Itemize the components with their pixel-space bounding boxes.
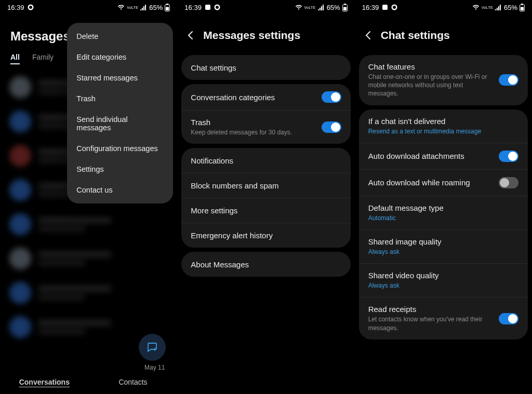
row-label: Trash: [191, 118, 316, 127]
row-image-quality[interactable]: Shared image quality Always ask: [359, 229, 528, 263]
back-button[interactable]: [363, 30, 374, 40]
row-label: Read receipts: [368, 305, 494, 314]
status-time: 16:39: [362, 4, 379, 11]
menu-trash[interactable]: Trash: [67, 88, 173, 109]
menu-contact-us[interactable]: Contact us: [67, 180, 173, 200]
row-emergency-alerts[interactable]: Emergency alert history: [181, 223, 350, 248]
app-indicator-icon: [214, 4, 220, 10]
row-notifications[interactable]: Notifications: [181, 148, 350, 173]
menu-starred[interactable]: Starred messages: [67, 67, 173, 88]
row-chat-settings[interactable]: Chat settings: [181, 55, 350, 80]
settings-group-conversation: Conversation categories Trash Keep delet…: [181, 84, 350, 144]
phone-chat-settings: 16:39 VoLTE 65% Chat settings Chat featu…: [355, 0, 532, 394]
svg-point-1: [29, 6, 32, 9]
status-bar: 16:39 VoLTE 65%: [177, 0, 354, 15]
compose-icon: [146, 341, 158, 354]
row-sublabel: Let contacts know when you've read their…: [368, 315, 494, 332]
settings-group-about: About Messages: [181, 252, 350, 277]
avatar: [9, 111, 31, 132]
row-sublabel: Automatic: [368, 214, 513, 222]
signal-icon: [495, 5, 502, 10]
menu-edit-categories[interactable]: Edit categories: [67, 47, 173, 67]
network-type-icon: VoLTE: [304, 6, 316, 9]
row-auto-download[interactable]: Auto download attachments: [359, 143, 528, 169]
toggle-auto-download[interactable]: [499, 151, 518, 162]
avatar: [9, 179, 31, 201]
row-auto-download-roaming[interactable]: Auto download while roaming: [359, 169, 528, 196]
battery-icon: [342, 4, 348, 11]
back-button[interactable]: [185, 30, 196, 40]
menu-settings[interactable]: Settings: [67, 159, 173, 180]
menu-configuration[interactable]: Configuration messages: [67, 138, 173, 159]
overflow-menu: Delete Edit categories Starred messages …: [67, 23, 173, 203]
chevron-left-icon: [186, 31, 195, 40]
svg-point-7: [216, 6, 219, 9]
toggle-read-receipts[interactable]: [499, 313, 518, 324]
row-about-messages[interactable]: About Messages: [181, 252, 350, 277]
toggle-chat-features[interactable]: [499, 74, 518, 86]
toggle-conversation-categories[interactable]: [322, 91, 341, 103]
menu-delete[interactable]: Delete: [67, 26, 173, 47]
battery-icon: [520, 4, 525, 11]
tab-family[interactable]: Family: [32, 53, 54, 64]
avatar: [9, 76, 31, 98]
row-label: Notifications: [191, 156, 336, 165]
row-default-msg-type[interactable]: Default message type Automatic: [359, 196, 528, 229]
row-chat-features[interactable]: Chat features Chat one-on-one or in grou…: [359, 55, 528, 105]
gallery-indicator-icon: [382, 4, 388, 10]
row-video-quality[interactable]: Shared video quality Always ask: [359, 263, 528, 297]
row-sublabel: Chat one-on-one or in groups over Wi-Fi …: [368, 73, 494, 98]
wifi-icon: [472, 4, 480, 10]
row-more-settings[interactable]: More settings: [181, 198, 350, 223]
settings-group-general: Notifications Block numbers and spam Mor…: [181, 148, 350, 248]
row-conversation-categories[interactable]: Conversation categories: [181, 84, 350, 110]
app-indicator-icon: [28, 4, 34, 10]
wifi-icon: [295, 4, 302, 10]
compose-fab[interactable]: [139, 334, 166, 361]
toggle-auto-download-roaming[interactable]: [499, 177, 518, 188]
tab-all[interactable]: All: [10, 53, 20, 64]
avatar: [9, 248, 31, 269]
status-time: 16:39: [7, 4, 24, 11]
list-item[interactable]: [0, 207, 177, 241]
settings-group-chat: Chat settings: [181, 55, 350, 80]
row-label: Block numbers and spam: [191, 181, 336, 190]
avatar: [9, 316, 31, 338]
row-label: Shared video quality: [368, 271, 513, 280]
status-bar: 16:39 VoLTE 65%: [0, 0, 177, 15]
svg-rect-4: [166, 7, 169, 10]
network-type-icon: VoLTE: [482, 6, 493, 9]
status-battery-pct: 65%: [149, 4, 163, 11]
row-label: Chat features: [368, 62, 494, 71]
row-block-spam[interactable]: Block numbers and spam: [181, 173, 350, 198]
avatar: [9, 282, 31, 304]
avatar: [9, 213, 31, 235]
row-label: Emergency alert history: [191, 231, 336, 240]
status-time: 16:39: [184, 4, 202, 11]
toggle-trash[interactable]: [322, 121, 341, 133]
chat-options-group: If a chat isn't delivered Resend as a te…: [359, 110, 528, 339]
bottom-tab-conversations[interactable]: Conversations: [0, 378, 89, 386]
svg-rect-10: [343, 7, 347, 10]
row-label: About Messages: [191, 260, 336, 269]
row-label: Auto download while roaming: [368, 178, 494, 187]
status-battery-pct: 65%: [504, 4, 517, 11]
row-trash[interactable]: Trash Keep deleted messages for 30 days.: [181, 110, 350, 144]
phone-messages: 16:39 VoLTE 65% Messages: [0, 0, 177, 394]
bottom-tab-contacts[interactable]: Contacts: [89, 378, 178, 386]
svg-rect-16: [521, 7, 524, 10]
row-label: Conversation categories: [191, 93, 316, 102]
phone-messages-settings: 16:39 VoLTE 65% Messages settings: [177, 0, 354, 394]
list-item[interactable]: [0, 241, 177, 276]
menu-send-individual[interactable]: Send individual messages: [67, 109, 173, 138]
status-battery-pct: 65%: [327, 4, 340, 11]
avatar: [9, 145, 31, 167]
row-sublabel: Resend as a text or multimedia message: [368, 127, 513, 135]
row-not-delivered[interactable]: If a chat isn't delivered Resend as a te…: [359, 110, 528, 143]
app-indicator-icon: [391, 4, 397, 10]
row-read-receipts[interactable]: Read receipts Let contacts know when you…: [359, 297, 528, 339]
row-label: Auto download attachments: [368, 152, 494, 160]
list-item[interactable]: [0, 276, 177, 310]
page-title: Chat settings: [381, 29, 450, 42]
row-sublabel: Always ask: [368, 248, 513, 256]
